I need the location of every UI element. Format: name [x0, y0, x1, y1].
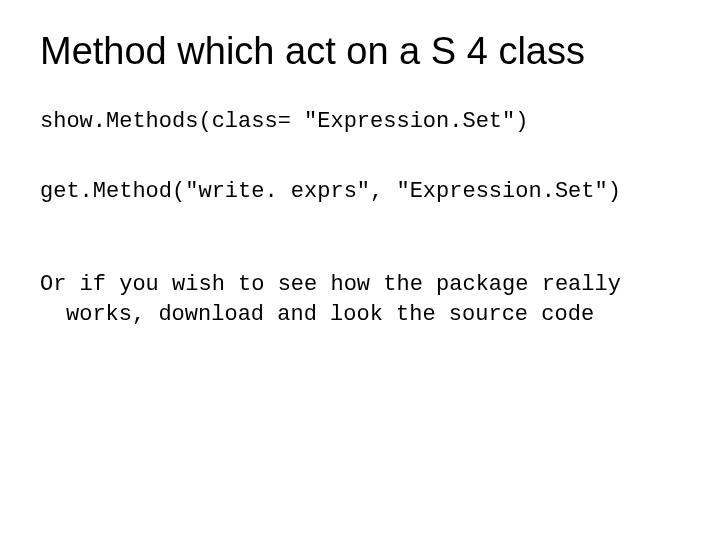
- note-line-1: Or if you wish to see how the package re…: [40, 272, 621, 297]
- note-text: Or if you wish to see how the package re…: [40, 270, 680, 329]
- note-line-2: works, download and look the source code: [40, 300, 680, 330]
- slide: Method which act on a S 4 class show.Met…: [0, 0, 720, 540]
- code-line-2: get.Method("write. exprs", "Expression.S…: [40, 177, 680, 207]
- slide-title: Method which act on a S 4 class: [40, 30, 680, 73]
- code-line-1: show.Methods(class= "Expression.Set"): [40, 107, 680, 137]
